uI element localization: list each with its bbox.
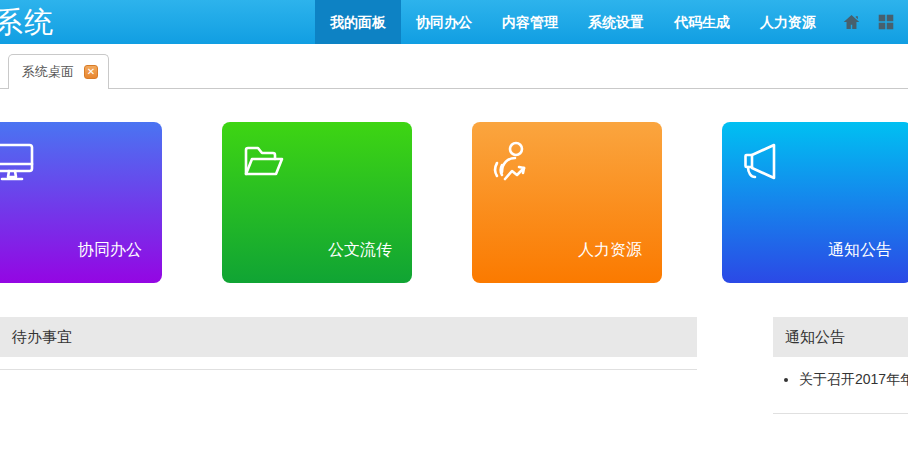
- shortcut-tiles: 协同办公 公文流传 人力资源: [0, 122, 908, 283]
- nav-item-hr[interactable]: 人力资源: [745, 0, 831, 44]
- main-nav: 我的面板 协同办公 内容管理 系统设置 代码生成 人力资源: [315, 0, 831, 44]
- header-icons: [831, 0, 908, 44]
- tab-system-desktop[interactable]: 系统桌面 ✕: [8, 54, 109, 89]
- megaphone-icon: [738, 138, 786, 186]
- nav-item-collab-office[interactable]: 协同办公: [401, 0, 487, 44]
- todo-empty-row: [0, 357, 697, 370]
- tile-notices[interactable]: 通知公告: [722, 122, 908, 283]
- todo-panel-title: 待办事宜: [0, 317, 697, 357]
- notice-list: 关于召开2017年年: [773, 357, 908, 391]
- notices-panel-title: 通知公告: [773, 317, 908, 357]
- top-header: 系统 我的面板 协同办公 内容管理 系统设置 代码生成 人力资源: [0, 0, 908, 44]
- tab-bar: 系统桌面 ✕: [0, 44, 908, 89]
- person-arrow-icon: [488, 138, 536, 186]
- tile-label: 人力资源: [578, 240, 642, 261]
- tile-collab-office[interactable]: 协同办公: [0, 122, 162, 283]
- main-content: 协同办公 公文流传 人力资源: [0, 122, 908, 414]
- nav-item-code-gen[interactable]: 代码生成: [659, 0, 745, 44]
- notices-divider: [773, 413, 908, 414]
- nav-item-my-panel[interactable]: 我的面板: [315, 0, 401, 44]
- app-title: 系统: [0, 0, 54, 44]
- tile-label: 公文流传: [328, 240, 392, 261]
- panels-row: 待办事宜 通知公告 关于召开2017年年: [0, 317, 908, 414]
- tile-hr[interactable]: 人力资源: [472, 122, 662, 283]
- notices-panel: 通知公告 关于召开2017年年: [773, 317, 908, 414]
- tab-close-icon[interactable]: ✕: [84, 65, 98, 79]
- tile-document-flow[interactable]: 公文流传: [222, 122, 412, 283]
- grid-icon[interactable]: [878, 14, 894, 30]
- home-icon[interactable]: [843, 14, 860, 30]
- tile-label: 通知公告: [828, 240, 892, 261]
- tab-label: 系统桌面: [22, 63, 74, 81]
- todo-panel: 待办事宜: [0, 317, 697, 414]
- folder-open-icon: [238, 138, 286, 186]
- notice-list-item[interactable]: 关于召开2017年年: [799, 369, 908, 391]
- tile-label: 协同办公: [78, 240, 142, 261]
- monitor-icon: [0, 138, 36, 186]
- nav-item-content-mgmt[interactable]: 内容管理: [487, 0, 573, 44]
- nav-item-system-settings[interactable]: 系统设置: [573, 0, 659, 44]
